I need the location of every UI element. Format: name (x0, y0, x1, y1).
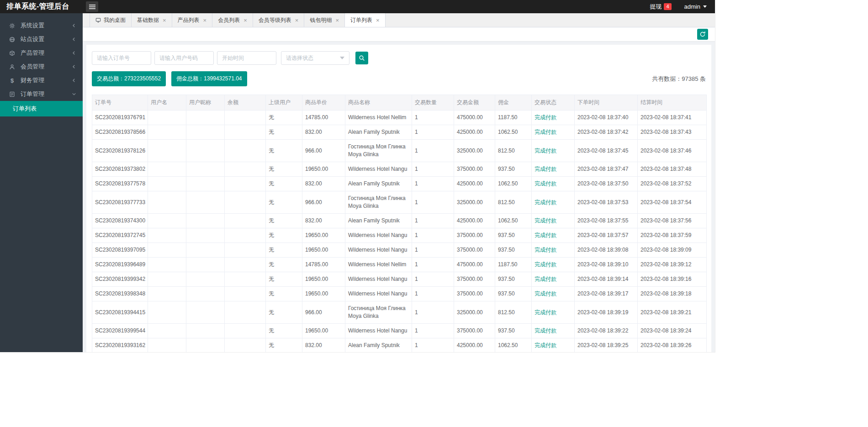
cell: 2023-02-08 18:39:26 (638, 338, 707, 353)
cell (225, 111, 266, 125)
cell: 2023-02-08 18:39:18 (638, 287, 707, 301)
cell: 812.50 (495, 140, 532, 162)
cell: Гостиница Моя Глинка Moya Glinka (345, 191, 412, 214)
sidebar-subitem[interactable]: 订单列表 (0, 101, 83, 116)
cell: 1 (412, 338, 454, 353)
cell: SC23020819394415 (92, 301, 148, 324)
cell: 无 (266, 111, 302, 125)
cell: SC23020819378566 (92, 125, 148, 140)
sidebar-item[interactable]: 会员管理 (0, 60, 83, 74)
cell (148, 111, 186, 125)
cell (148, 177, 186, 191)
user-menu[interactable]: admin (684, 3, 707, 10)
cell (186, 140, 225, 162)
cell: 完成付款 (532, 287, 575, 301)
cell (148, 125, 186, 140)
start-time-input[interactable] (217, 51, 276, 65)
column-header: 交易数量 (412, 95, 454, 111)
close-icon[interactable]: × (376, 17, 380, 23)
tab-item[interactable]: 基础数据× (132, 13, 172, 27)
cell: 2023-02-08 18:37:53 (575, 191, 638, 214)
cell (186, 272, 225, 287)
cell (148, 272, 186, 287)
status-select[interactable]: 请选择状态 (281, 51, 349, 65)
cell: 375000.00 (454, 287, 495, 301)
cell (186, 191, 225, 214)
refresh-button[interactable] (697, 29, 708, 40)
tab-item[interactable]: 产品列表× (172, 13, 213, 27)
cell: Alean Family Sputnik (345, 338, 412, 353)
cell: 937.50 (495, 162, 532, 177)
toolbar (83, 27, 715, 41)
column-header: 商品单价 (302, 95, 345, 111)
table-row: SC23020819377578无832.00Alean Family Sput… (92, 177, 707, 191)
table-row: SC23020819377733无966.00Гостиница Моя Гли… (92, 191, 707, 214)
close-icon[interactable]: × (295, 17, 299, 23)
withdraw-link[interactable]: 提现 4 (650, 3, 671, 11)
cell (148, 301, 186, 324)
cell: Wilderness Hotel Nangu (345, 272, 412, 287)
cell: Wilderness Hotel Nangu (345, 287, 412, 301)
cell: 937.50 (495, 324, 532, 338)
cell (225, 162, 266, 177)
cell (148, 140, 186, 162)
chevron-left-icon (72, 78, 76, 83)
tab-item[interactable]: 订单列表× (345, 13, 386, 27)
cell: 1062.50 (495, 338, 532, 353)
tab-item[interactable]: 我的桌面 (90, 13, 132, 27)
gear-icon (8, 23, 16, 29)
cell: 375000.00 (454, 324, 495, 338)
column-header: 用户昵称 (186, 95, 225, 111)
close-icon[interactable]: × (203, 17, 207, 23)
cell: 无 (266, 338, 302, 353)
finance-icon: $ (8, 77, 16, 84)
cell (186, 125, 225, 140)
cell: 2023-02-08 18:39:24 (638, 324, 707, 338)
sidebar-item[interactable]: $财务管理 (0, 74, 83, 87)
cell: 2023-02-08 18:37:45 (575, 140, 638, 162)
cell: 2023-02-08 18:37:43 (638, 125, 707, 140)
cell (225, 324, 266, 338)
tab-item[interactable]: 钱包明细× (304, 13, 345, 27)
site-icon (8, 37, 16, 42)
table-row: SC23020819374300无832.00Alean Family Sput… (92, 214, 707, 228)
column-header: 结算时间 (638, 95, 707, 111)
withdraw-count-badge: 4 (664, 3, 671, 10)
tab-label: 订单列表 (350, 16, 372, 24)
cell: 2023-02-08 18:37:56 (638, 214, 707, 228)
cell (225, 243, 266, 258)
cell: 无 (266, 301, 302, 324)
sidebar-item[interactable]: 订单管理 (0, 87, 83, 101)
tab-item[interactable]: 会员列表× (212, 13, 253, 27)
user-number-input[interactable] (154, 51, 214, 65)
cell: Wilderness Hotel Nangu (345, 324, 412, 338)
cell: 937.50 (495, 243, 532, 258)
column-header: 余额 (225, 95, 266, 111)
chevron-left-icon (72, 37, 76, 42)
menu-toggle-button[interactable] (86, 1, 98, 12)
cell: Гостиница Моя Глинка Moya Glinka (345, 301, 412, 324)
tab-item[interactable]: 会员等级列表× (253, 13, 305, 27)
close-icon[interactable]: × (243, 17, 247, 23)
order-number-input[interactable] (92, 51, 151, 65)
close-icon[interactable]: × (335, 17, 339, 23)
cell (148, 162, 186, 177)
sidebar-item[interactable]: 产品管理 (0, 46, 83, 60)
cell: 2023-02-08 18:39:19 (575, 301, 638, 324)
column-header: 交易状态 (532, 95, 575, 111)
cell (148, 287, 186, 301)
cell: 无 (266, 125, 302, 140)
cell: 966.00 (302, 191, 345, 214)
cell: 2023-02-08 18:39:12 (638, 258, 707, 272)
cell: 2023-02-08 18:37:55 (575, 214, 638, 228)
sidebar-item[interactable]: 系统设置 (0, 19, 83, 32)
cell (186, 338, 225, 353)
cell: 2023-02-08 18:37:57 (575, 228, 638, 243)
cell (186, 214, 225, 228)
cell: 2023-02-08 18:37:59 (638, 228, 707, 243)
cell: Wilderness Hotel Nangu (345, 228, 412, 243)
close-icon[interactable]: × (163, 17, 166, 23)
sidebar-item[interactable]: 站点设置 (0, 32, 83, 46)
search-button[interactable] (355, 52, 368, 64)
cell: Wilderness Hotel Nellim (345, 258, 412, 272)
